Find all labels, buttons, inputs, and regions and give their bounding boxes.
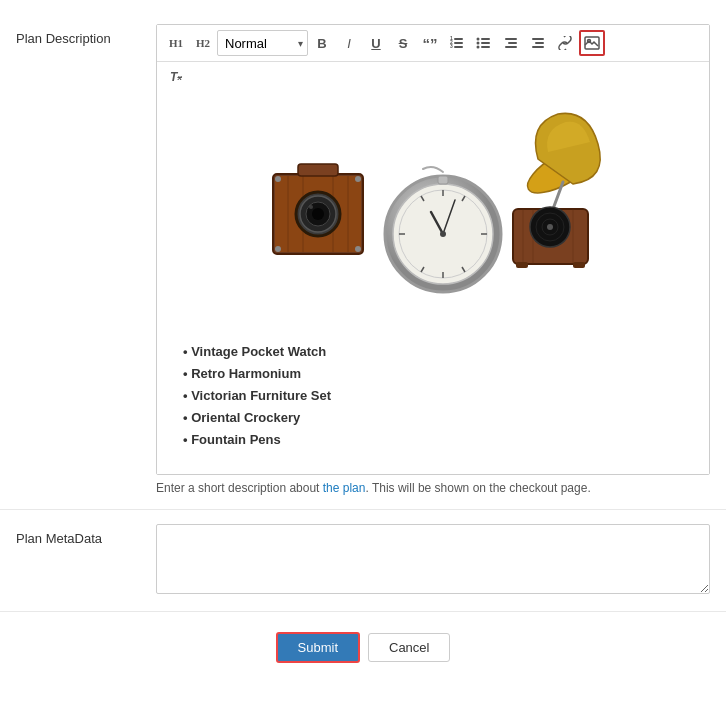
link-button[interactable] (552, 30, 578, 56)
bullet-item-1: Vintage Pocket Watch (183, 341, 693, 363)
unordered-list-button[interactable] (471, 30, 497, 56)
metadata-textarea[interactable] (156, 524, 710, 594)
svg-rect-7 (481, 42, 490, 44)
editor-help-text: Enter a short description about the plan… (156, 481, 710, 495)
svg-point-10 (477, 42, 480, 45)
h2-button[interactable]: H2 (190, 30, 216, 56)
svg-rect-1 (454, 42, 463, 44)
italic-button[interactable]: I (336, 30, 362, 56)
svg-rect-6 (481, 38, 490, 40)
bullet-item-2: Retro Harmonium (183, 363, 693, 385)
svg-text:3: 3 (450, 43, 453, 49)
editor-bullet-list: Vintage Pocket Watch Retro Harmonium Vic… (173, 341, 693, 451)
svg-rect-50 (438, 176, 448, 184)
plan-description-label: Plan Description (16, 24, 156, 48)
editor-image (173, 104, 693, 327)
format-select[interactable]: Normal Heading 1 Heading 2 Heading 3 (217, 30, 308, 56)
bullet-item-3: Victorian Furniture Set (183, 385, 693, 407)
cancel-button[interactable]: Cancel (368, 633, 450, 662)
h1-button[interactable]: H1 (163, 30, 189, 56)
plan-metadata-control (156, 524, 710, 597)
indent-decrease-button[interactable] (498, 30, 524, 56)
editor-toolbar-row1: H1 H2 Normal Heading 1 Heading 2 Heading… (157, 25, 709, 62)
svg-rect-62 (573, 262, 585, 268)
help-text-link: the plan (323, 481, 366, 495)
svg-point-35 (355, 246, 361, 252)
editor-wrapper: H1 H2 Normal Heading 1 Heading 2 Heading… (156, 24, 710, 475)
svg-rect-12 (505, 38, 517, 40)
svg-rect-14 (505, 46, 517, 48)
svg-point-9 (477, 38, 480, 41)
indent-increase-button[interactable] (525, 30, 551, 56)
strikethrough-button[interactable]: S (390, 30, 416, 56)
submit-button[interactable]: Submit (276, 632, 360, 663)
svg-rect-16 (535, 42, 544, 44)
form-buttons: Submit Cancel (0, 612, 726, 683)
bullet-item-4: Oriental Crockery (183, 407, 693, 429)
svg-rect-26 (298, 164, 338, 176)
svg-point-33 (355, 176, 361, 182)
clear-format-button[interactable]: Tx (163, 64, 189, 90)
svg-point-32 (275, 176, 281, 182)
svg-rect-2 (454, 46, 463, 48)
svg-point-49 (440, 231, 446, 237)
svg-rect-15 (532, 38, 544, 40)
format-select-wrap: Normal Heading 1 Heading 2 Heading 3 ▾ (217, 30, 308, 56)
editor-toolbar-row2: Tx (157, 62, 709, 94)
svg-rect-17 (532, 46, 544, 48)
svg-rect-61 (516, 262, 528, 268)
svg-point-30 (312, 208, 324, 220)
plan-description-editor: H1 H2 Normal Heading 1 Heading 2 Heading… (156, 24, 710, 495)
quote-button[interactable]: “” (417, 30, 443, 56)
bullet-item-5: Fountain Pens (183, 429, 693, 451)
plan-metadata-row: Plan MetaData (0, 510, 726, 612)
svg-point-31 (309, 205, 313, 209)
ordered-list-button[interactable]: 1 2 3 (444, 30, 470, 56)
svg-point-60 (547, 224, 553, 230)
image-button[interactable] (579, 30, 605, 56)
antique-illustration (253, 104, 613, 324)
editor-content-area[interactable]: Vintage Pocket Watch Retro Harmonium Vic… (157, 94, 709, 474)
svg-point-34 (275, 246, 281, 252)
svg-rect-0 (454, 38, 463, 40)
plan-description-row: Plan Description H1 H2 Normal Heading 1 … (0, 10, 726, 510)
bold-button[interactable]: B (309, 30, 335, 56)
svg-point-11 (477, 46, 480, 49)
svg-rect-8 (481, 46, 490, 48)
svg-rect-13 (508, 42, 517, 44)
plan-metadata-label: Plan MetaData (16, 524, 156, 548)
underline-button[interactable]: U (363, 30, 389, 56)
